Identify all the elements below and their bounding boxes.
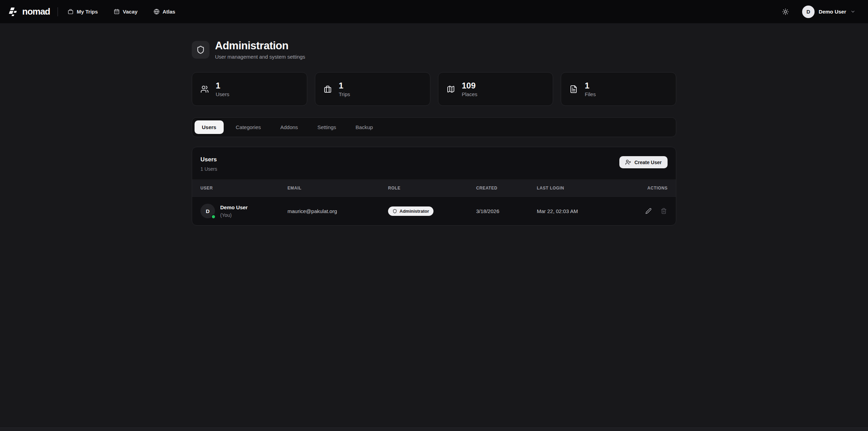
nav-label: Atlas [163, 9, 175, 15]
primary-nav: My Trips Vacay Atlas [68, 9, 175, 15]
nav-label: My Trips [77, 9, 98, 15]
col-last-login: Last Login [537, 186, 625, 191]
user-plus-icon [625, 159, 631, 165]
delete-user-button[interactable] [660, 207, 668, 215]
tab-users[interactable]: Users [195, 120, 224, 134]
nav-item-atlas[interactable]: Atlas [154, 9, 175, 15]
stats-grid: 1 Users 1 Trips 109 Places [192, 72, 676, 106]
file-icon [569, 85, 578, 93]
avatar: D [200, 204, 215, 218]
stat-value: 1 [216, 81, 229, 91]
stat-card-files: 1 Files [561, 72, 676, 106]
page-title: Administration [215, 40, 305, 52]
col-user: User [200, 186, 287, 191]
stat-value: 1 [585, 81, 596, 91]
edit-user-button[interactable] [645, 207, 652, 215]
tab-categories[interactable]: Categories [229, 120, 268, 134]
row-created: 3/18/2026 [476, 208, 537, 214]
row-last-login: Mar 22, 02:03 AM [537, 208, 625, 214]
users-card-title: Users [200, 156, 217, 163]
globe-icon [154, 9, 160, 15]
stat-label: Users [216, 91, 229, 97]
stat-card-users: 1 Users [192, 72, 307, 106]
stat-label: Trips [339, 91, 350, 97]
tab-backup[interactable]: Backup [348, 120, 380, 134]
nav-item-my-trips[interactable]: My Trips [68, 9, 98, 15]
row-email: maurice@pakulat.org [287, 208, 388, 214]
shield-icon [192, 41, 209, 59]
main-content: Administration User management and syste… [192, 23, 676, 226]
create-user-button[interactable]: Create User [619, 156, 668, 168]
page-header: Administration User management and syste… [192, 40, 676, 60]
user-menu[interactable]: D Demo User [802, 6, 856, 18]
users-icon [200, 85, 209, 93]
stat-card-trips: 1 Trips [315, 72, 430, 106]
map-icon [447, 85, 455, 93]
row-actions [625, 207, 668, 215]
users-card: Users 1 Users Create User User Email Rol… [192, 147, 676, 226]
stat-card-places: 109 Places [438, 72, 553, 106]
brand-logo[interactable]: nomad [8, 6, 50, 17]
pencil-icon [645, 208, 652, 214]
nav-divider [58, 7, 58, 16]
sun-icon [782, 8, 789, 15]
stat-label: Files [585, 91, 596, 97]
briefcase-icon [68, 9, 74, 15]
col-email: Email [287, 186, 388, 191]
page-subtitle: User management and system settings [215, 54, 305, 60]
stat-label: Places [462, 91, 478, 97]
create-user-label: Create User [634, 160, 662, 165]
role-label: Administrator [399, 209, 429, 214]
chevron-down-icon [850, 9, 856, 14]
admin-tabs: Users Categories Addons Settings Backup [192, 117, 676, 137]
table-row: D Demo User (You) maurice@pakulat.org Ad… [192, 197, 676, 225]
role-badge: Administrator [388, 206, 433, 216]
nav-label: Vacay [123, 9, 138, 15]
stat-value: 109 [462, 81, 478, 91]
row-you-label: (You) [220, 212, 248, 218]
col-actions: Actions [625, 186, 668, 191]
user-name: Demo User [819, 9, 846, 15]
col-role: Role [388, 186, 476, 191]
tab-addons[interactable]: Addons [273, 120, 305, 134]
row-role: Administrator [388, 206, 476, 216]
col-created: Created [476, 186, 537, 191]
tab-settings[interactable]: Settings [310, 120, 343, 134]
users-table-header: User Email Role Created Last Login Actio… [192, 179, 676, 197]
row-user-name: Demo User [220, 204, 248, 210]
users-card-header: Users 1 Users Create User [192, 147, 676, 179]
trash-icon [661, 208, 667, 214]
brand-wordmark: nomad [22, 6, 50, 17]
nav-item-vacay[interactable]: Vacay [114, 9, 138, 15]
online-status-dot [211, 214, 216, 219]
theme-toggle-button[interactable] [781, 7, 790, 17]
avatar: D [802, 6, 815, 18]
users-count: 1 Users [200, 166, 217, 172]
shield-icon [393, 209, 397, 213]
nomad-logo-icon [8, 7, 19, 17]
footer-edge [0, 428, 868, 431]
top-navbar: nomad My Trips Vacay Atlas [0, 0, 868, 23]
user-cell: D Demo User (You) [200, 204, 287, 218]
briefcase-icon [324, 85, 332, 93]
stat-value: 1 [339, 81, 350, 91]
calendar-icon [114, 9, 120, 15]
